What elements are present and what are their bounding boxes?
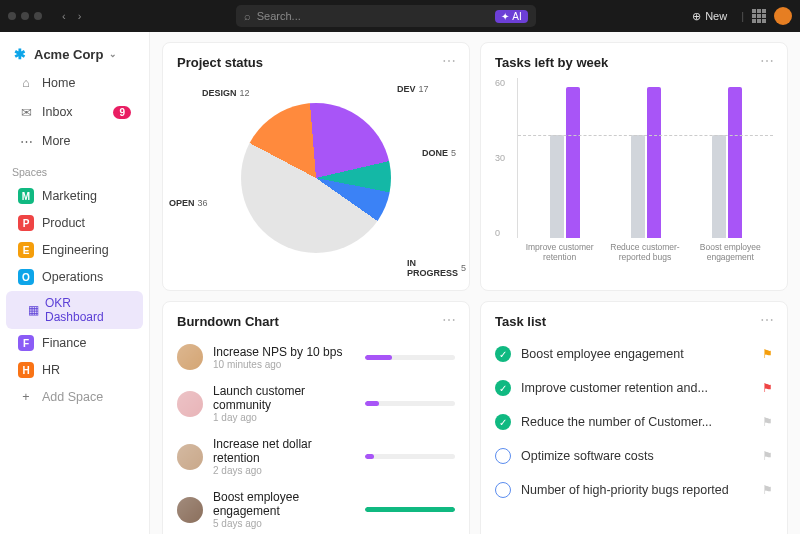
bar (647, 87, 661, 238)
check-done-icon[interactable]: ✓ (495, 346, 511, 362)
burndown-sub: 5 days ago (213, 518, 355, 529)
sidebar: ✱ Acme Corp ⌄ ⌂ Home ✉ Inbox 9 ⋯ More Sp… (0, 32, 150, 534)
task-item[interactable]: ✓Boost employee engagement ⚑ (495, 337, 773, 371)
task-label: Boost employee engagement (521, 347, 684, 361)
inbox-badge: 9 (113, 106, 131, 119)
ai-chip[interactable]: ✦ AI (495, 10, 527, 23)
nav-label: Inbox (42, 105, 73, 119)
back-button[interactable]: ‹ (58, 8, 70, 24)
bar-category-label: Reduce customer-reported bugs (610, 242, 680, 262)
sub-item-okr-dashboard[interactable]: ▦OKR Dashboard (6, 291, 143, 329)
burndown-item[interactable]: Boost employee engagement 5 days ago (177, 483, 455, 534)
task-item[interactable]: Number of high-priority bugs reported ⚑ (495, 473, 773, 507)
search-placeholder: Search... (257, 10, 301, 22)
card-menu-icon[interactable]: ⋯ (760, 312, 775, 328)
topbar: ‹ › ⌕ Search... ✦ AI ⊕New | (0, 0, 800, 32)
avatar (177, 391, 203, 417)
org-icon: ✱ (12, 46, 28, 62)
card-menu-icon[interactable]: ⋯ (442, 312, 457, 328)
nav-home[interactable]: ⌂ Home (6, 69, 143, 97)
card-menu-icon[interactable]: ⋯ (760, 53, 775, 69)
task-item[interactable]: ✓Improve customer retention and... ⚑ (495, 371, 773, 405)
check-done-icon[interactable]: ✓ (495, 414, 511, 430)
space-item-hr[interactable]: HHR (6, 357, 143, 383)
bar (631, 135, 645, 238)
pie-label: OPEN 36 (169, 198, 208, 208)
flag-icon[interactable]: ⚑ (762, 381, 773, 395)
pie-label: DEV 17 (397, 84, 429, 94)
flag-icon[interactable]: ⚑ (762, 415, 773, 429)
nav-inbox[interactable]: ✉ Inbox 9 (6, 98, 143, 126)
card-title: Task list (495, 314, 773, 329)
org-name: Acme Corp (34, 47, 103, 62)
new-button[interactable]: ⊕New (686, 7, 733, 26)
progress-bar (365, 454, 455, 459)
space-label: HR (42, 363, 60, 377)
nav-label: More (42, 134, 70, 148)
flag-icon[interactable]: ⚑ (762, 449, 773, 463)
burndown-item[interactable]: Increase net dollar retention 2 days ago (177, 430, 455, 483)
section-label: Spaces (0, 156, 149, 182)
burndown-title: Launch customer community (213, 384, 355, 412)
nav-more[interactable]: ⋯ More (6, 127, 143, 155)
task-item[interactable]: Optimize software costs ⚑ (495, 439, 773, 473)
content: Project status ⋯ OPEN 36DESIGN 12DEV 17D… (150, 32, 800, 534)
bar-category-label: Boost employee engagement (695, 242, 765, 262)
space-item-product[interactable]: PProduct (6, 210, 143, 236)
sub-item-label: OKR Dashboard (45, 296, 131, 324)
space-label: Operations (42, 270, 103, 284)
forward-button[interactable]: › (74, 8, 86, 24)
org-switcher[interactable]: ✱ Acme Corp ⌄ (0, 40, 149, 68)
plus-icon: ⊕ (692, 10, 701, 23)
card-menu-icon[interactable]: ⋯ (442, 53, 457, 69)
space-item-finance[interactable]: FFinance (6, 330, 143, 356)
space-icon: H (18, 362, 34, 378)
space-item-operations[interactable]: OOperations (6, 264, 143, 290)
bar (728, 87, 742, 238)
check-open-icon[interactable] (495, 448, 511, 464)
space-label: Product (42, 216, 85, 230)
bar-group (618, 87, 674, 238)
pie-label: DONE 5 (422, 148, 456, 158)
flag-icon[interactable]: ⚑ (762, 347, 773, 361)
task-label: Optimize software costs (521, 449, 654, 463)
add-space-button[interactable]: + Add Space (6, 384, 143, 410)
burndown-item[interactable]: Launch customer community 1 day ago (177, 377, 455, 430)
check-done-icon[interactable]: ✓ (495, 380, 511, 396)
space-item-engineering[interactable]: EEngineering (6, 237, 143, 263)
burndown-title: Increase net dollar retention (213, 437, 355, 465)
inbox-icon: ✉ (18, 104, 34, 120)
progress-bar (365, 507, 455, 512)
search-input[interactable]: ⌕ Search... ✦ AI (236, 5, 536, 27)
user-avatar[interactable] (774, 7, 792, 25)
window-controls (8, 12, 42, 20)
space-icon: M (18, 188, 34, 204)
avatar (177, 444, 203, 470)
task-label: Reduce the number of Customer... (521, 415, 712, 429)
bar-group (699, 87, 755, 238)
task-item[interactable]: ✓Reduce the number of Customer... ⚑ (495, 405, 773, 439)
task-label: Number of high-priority bugs reported (521, 483, 729, 497)
apps-icon[interactable] (752, 9, 766, 23)
card-burndown: Burndown Chart ⋯ Increase NPS by 10 bps … (162, 301, 470, 534)
flag-icon[interactable]: ⚑ (762, 483, 773, 497)
burndown-sub: 10 minutes ago (213, 359, 355, 370)
burndown-title: Boost employee engagement (213, 490, 355, 518)
pie-chart: OPEN 36DESIGN 12DEV 17DONE 5IN PROGRESS … (177, 78, 455, 278)
add-space-label: Add Space (42, 390, 103, 404)
card-title: Tasks left by week (495, 55, 773, 70)
check-open-icon[interactable] (495, 482, 511, 498)
home-icon: ⌂ (18, 75, 34, 91)
bar-group (537, 87, 593, 238)
nav-arrows: ‹ › (58, 8, 85, 24)
bar (550, 135, 564, 238)
bar (712, 135, 726, 238)
space-label: Engineering (42, 243, 109, 257)
progress-bar (365, 401, 455, 406)
bar (566, 87, 580, 238)
burndown-item[interactable]: Increase NPS by 10 bps 10 minutes ago (177, 337, 455, 377)
space-item-marketing[interactable]: MMarketing (6, 183, 143, 209)
pie-label: IN PROGRESS 5 (407, 258, 466, 278)
space-icon: E (18, 242, 34, 258)
progress-bar (365, 355, 455, 360)
